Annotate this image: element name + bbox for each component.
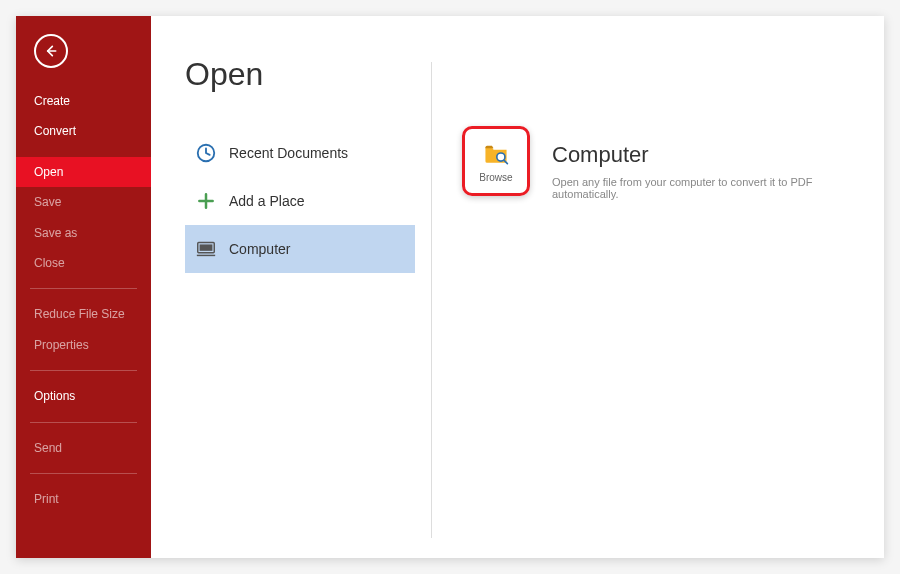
sidebar-item-save[interactable]: Save [16, 187, 151, 217]
svg-rect-2 [200, 244, 213, 250]
plus-icon [195, 190, 217, 212]
sidebar-item-properties[interactable]: Properties [16, 330, 151, 360]
location-label: Add a Place [229, 193, 305, 209]
back-button[interactable] [34, 34, 68, 68]
location-recent-documents[interactable]: Recent Documents [185, 129, 415, 177]
location-label: Computer [229, 241, 290, 257]
back-arrow-icon [43, 43, 59, 59]
browse-button-label: Browse [479, 172, 512, 183]
detail-description: Open any file from your computer to conv… [552, 176, 852, 200]
detail-text: Computer Open any file from your compute… [552, 56, 852, 200]
sidebar-item-print[interactable]: Print [16, 484, 151, 514]
sidebar-item-create[interactable]: Create [16, 86, 151, 116]
location-add-place[interactable]: Add a Place [185, 177, 415, 225]
sidebar-divider [30, 370, 137, 371]
locations-column: Open Recent Documents Add a Place [151, 16, 431, 558]
location-label: Recent Documents [229, 145, 348, 161]
sidebar-divider [30, 422, 137, 423]
sidebar-item-send[interactable]: Send [16, 433, 151, 463]
location-list: Recent Documents Add a Place Computer [185, 129, 415, 273]
sidebar: Create Convert Open Save Save as Close R… [16, 16, 151, 558]
page-title: Open [185, 56, 431, 93]
sidebar-item-open[interactable]: Open [16, 157, 151, 187]
folder-search-icon [481, 140, 511, 170]
detail-column: Browse Computer Open any file from your … [432, 16, 884, 558]
main-content: Open Recent Documents Add a Place [151, 16, 884, 558]
location-computer[interactable]: Computer [185, 225, 415, 273]
computer-icon [195, 238, 217, 260]
sidebar-item-convert[interactable]: Convert [16, 116, 151, 146]
sidebar-divider [30, 473, 137, 474]
sidebar-divider [30, 288, 137, 289]
sidebar-item-save-as[interactable]: Save as [16, 218, 151, 248]
sidebar-item-close[interactable]: Close [16, 248, 151, 278]
app-window: Create Convert Open Save Save as Close R… [16, 16, 884, 558]
sidebar-item-options[interactable]: Options [16, 381, 151, 411]
sidebar-item-reduce[interactable]: Reduce File Size [16, 299, 151, 329]
browse-button[interactable]: Browse [462, 126, 530, 196]
detail-title: Computer [552, 142, 852, 168]
clock-icon [195, 142, 217, 164]
